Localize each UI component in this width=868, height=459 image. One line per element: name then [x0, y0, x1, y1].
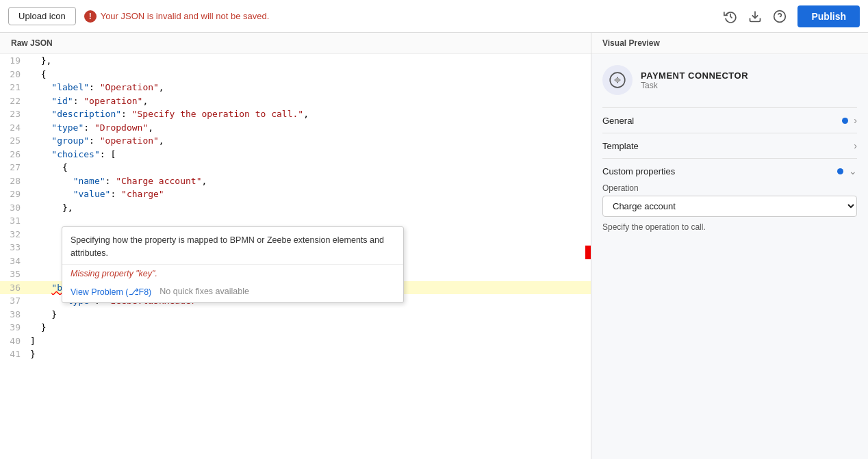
line-content: "description": "Specify the operation to… — [27, 107, 591, 121]
table-row: 25 "group": "operation", — [0, 134, 591, 148]
table-row: 39 } — [0, 321, 591, 335]
line-num: 29 — [0, 187, 27, 201]
custom-properties-header[interactable]: Custom properties ⌄ — [602, 159, 857, 183]
line-content: } — [27, 321, 591, 335]
custom-properties-content: Operation Charge account Specify the ope… — [602, 183, 857, 240]
preview-panel-header: Visual Preview — [591, 33, 868, 54]
tooltip-popup: Specifying how the property is mapped to… — [62, 226, 404, 303]
table-row: 29 "value": "charge" — [0, 187, 591, 201]
line-num: 33 — [0, 241, 27, 254]
view-problem-link[interactable]: View Problem (⎇F8) — [71, 287, 151, 297]
connector-subtitle: Task — [641, 81, 748, 90]
line-num: 21 — [0, 81, 27, 94]
line-content: "type": "Dropdown", — [27, 121, 591, 135]
table-row: 20 { — [0, 68, 591, 81]
toolbar-actions: Publish — [724, 5, 860, 27]
general-label: General — [602, 116, 634, 126]
connector-text: PAYMENT CONNECTOR Task — [641, 70, 748, 90]
error-message-text: Your JSON is invalid and will not be sav… — [101, 11, 270, 21]
editor-panel: Raw JSON 19 }, 20 { 21 "label": "Operati… — [0, 33, 591, 459]
line-num: 37 — [0, 294, 27, 308]
table-row: 22 "id": "operation", — [0, 94, 591, 108]
line-content — [27, 214, 591, 228]
table-row: 23 "description": "Specify the operation… — [0, 107, 591, 121]
table-row: 27 { — [0, 161, 591, 174]
connector-icon — [602, 65, 633, 95]
line-content: { — [27, 161, 591, 174]
table-row: 30 }, — [0, 201, 591, 215]
line-num: 22 — [0, 94, 27, 108]
line-content: } — [27, 308, 591, 322]
connector-title: PAYMENT CONNECTOR — [641, 70, 748, 81]
line-num: 24 — [0, 121, 27, 135]
table-row: 24 "type": "Dropdown", — [0, 121, 591, 135]
template-chevron-right-icon: › — [854, 140, 857, 151]
connector-info: PAYMENT CONNECTOR Task — [602, 65, 857, 95]
line-content: { — [27, 68, 591, 81]
line-content: "choices": [ — [27, 148, 591, 161]
operation-label: Operation — [602, 183, 857, 193]
table-row: 19 }, — [0, 54, 591, 68]
table-row: 31 — [0, 214, 591, 228]
line-num: 25 — [0, 134, 27, 148]
table-row: 41 } — [0, 347, 591, 361]
line-content: "id": "operation", — [27, 94, 591, 108]
toolbar: Upload icon ! Your JSON is invalid and w… — [0, 0, 868, 33]
general-dot-indicator — [842, 118, 848, 124]
template-label: Template — [602, 141, 639, 151]
line-content: "name": "Charge account", — [27, 174, 591, 188]
line-content: } — [27, 347, 591, 361]
custom-props-header-right: ⌄ — [837, 166, 857, 176]
error-message-container: ! Your JSON is invalid and will not be s… — [84, 10, 716, 23]
line-num: 34 — [0, 254, 27, 268]
history-icon[interactable] — [724, 10, 737, 23]
line-num: 30 — [0, 201, 27, 215]
upload-icon-button[interactable]: Upload icon — [8, 7, 76, 25]
line-content: "value": "charge" — [27, 187, 591, 201]
general-section[interactable]: General › — [602, 107, 857, 133]
help-icon[interactable] — [773, 10, 787, 23]
line-num: 31 — [0, 214, 27, 228]
line-num: 27 — [0, 161, 27, 174]
line-num: 36 — [0, 281, 27, 295]
preview-content: PAYMENT CONNECTOR Task General › Templat… — [591, 54, 868, 459]
line-num: 26 — [0, 148, 27, 161]
code-area[interactable]: 19 }, 20 { 21 "label": "Operation", 22 — [0, 54, 591, 459]
line-content: ] — [27, 335, 591, 348]
line-content: "label": "Operation", — [27, 81, 591, 94]
line-num: 19 — [0, 54, 27, 68]
line-num: 32 — [0, 228, 27, 241]
operation-description: Specify the operation to call. — [602, 222, 857, 232]
line-content: "group": "operation", — [27, 134, 591, 148]
general-section-right: › — [842, 115, 857, 126]
line-num: 28 — [0, 174, 27, 188]
download-icon[interactable] — [748, 10, 762, 23]
line-num: 41 — [0, 347, 27, 361]
table-row: 28 "name": "Charge account", — [0, 174, 591, 188]
editor-panel-header: Raw JSON — [0, 33, 591, 54]
table-row: 21 "label": "Operation", — [0, 81, 591, 94]
tooltip-actions: View Problem (⎇F8) No quick fixes availa… — [62, 283, 403, 302]
table-row: 26 "choices": [ — [0, 148, 591, 161]
table-row: 40 ] — [0, 335, 591, 348]
code-table: 19 }, 20 { 21 "label": "Operation", 22 — [0, 54, 591, 361]
custom-properties-section: Custom properties ⌄ Operation Charge acc… — [602, 158, 857, 240]
template-section-right: › — [854, 140, 857, 151]
table-row: 38 } — [0, 308, 591, 322]
custom-properties-dot-indicator — [837, 168, 843, 174]
template-section[interactable]: Template › — [602, 133, 857, 158]
operation-select[interactable]: Charge account — [602, 196, 857, 217]
line-num: 35 — [0, 267, 27, 281]
line-content: }, — [27, 54, 591, 68]
custom-properties-label: Custom properties — [602, 166, 675, 176]
preview-panel: Visual Preview PAYMENT CONNECTOR Task — [591, 33, 868, 459]
publish-button[interactable]: Publish — [797, 5, 860, 27]
svg-point-4 — [615, 78, 620, 83]
main-layout: Raw JSON 19 }, 20 { 21 "label": "Operati… — [0, 33, 868, 459]
line-num: 38 — [0, 308, 27, 322]
tooltip-error: Missing property "key". — [62, 265, 403, 283]
line-num: 20 — [0, 68, 27, 81]
line-num: 40 — [0, 335, 27, 348]
general-chevron-right-icon: › — [854, 115, 857, 126]
line-num: 23 — [0, 107, 27, 121]
